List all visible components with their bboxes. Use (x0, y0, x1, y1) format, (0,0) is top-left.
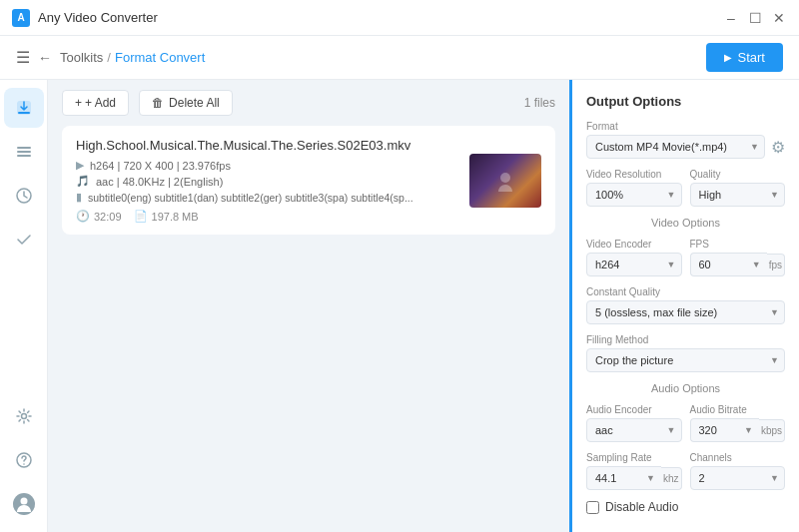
file-item[interactable]: High.School.Musical.The.Musical.The.Seri… (62, 126, 555, 235)
output-options-title: Output Options (586, 94, 785, 109)
constant-quality-select[interactable]: 5 (lossless, max file size) (586, 300, 785, 324)
add-icon: + (75, 96, 82, 110)
duration-stat: 🕐 32:09 (76, 210, 122, 223)
sidebar-item-download[interactable] (4, 88, 44, 128)
audio-bitrate-select-wrapper: 320 ▼ (690, 418, 759, 442)
file-size: 197.8 MB (152, 211, 199, 223)
file-stats: 🕐 32:09 📄 197.8 MB (76, 210, 457, 223)
encoder-select[interactable]: h264 (586, 253, 682, 276)
breadcrumb-format-convert[interactable]: Format Convert (115, 50, 205, 65)
svg-point-8 (23, 464, 24, 465)
video-icon: ▶ (76, 159, 84, 172)
back-button[interactable]: ← (38, 50, 52, 66)
navbar: ☰ ← Toolkits / Format Convert ▶ Start (0, 36, 799, 80)
sampling-rate-unit: khz (661, 467, 682, 490)
audio-encoder-select[interactable]: aac (586, 418, 682, 442)
file-icon: 📄 (134, 210, 148, 223)
titlebar-controls: – ☐ ✕ (723, 10, 787, 26)
video-info: h264 | 720 X 400 | 23.976fps (90, 160, 231, 172)
filling-method-select[interactable]: Crop the picture (586, 348, 785, 372)
resolution-field: Video Resolution 100% ▼ (586, 169, 682, 207)
app-title: Any Video Converter (38, 10, 158, 25)
fps-wrapper: 60 ▼ fps (690, 253, 786, 276)
close-button[interactable]: ✕ (771, 10, 787, 26)
app-icon: A (12, 9, 30, 27)
file-duration: 32:09 (94, 211, 122, 223)
format-select-wrapper: Custom MP4 Movie(*.mp4) ▼ (586, 135, 765, 159)
resolution-quality-row: Video Resolution 100% ▼ Quality High ▼ (586, 169, 785, 207)
content-area: + + Add 🗑 Delete All 1 files High.School… (48, 80, 569, 532)
sampling-rate-field: Sampling Rate 44.1 ▼ khz (586, 452, 682, 490)
file-name: High.School.Musical.The.Musical.The.Seri… (76, 138, 457, 153)
titlebar: A Any Video Converter – ☐ ✕ (0, 0, 799, 36)
filling-method-select-wrapper: Crop the picture ▼ (586, 348, 785, 372)
maximize-button[interactable]: ☐ (747, 10, 763, 26)
sampling-rate-select[interactable]: 44.1 (586, 466, 661, 490)
svg-rect-4 (17, 155, 31, 157)
delete-all-button[interactable]: 🗑 Delete All (139, 90, 233, 116)
add-button[interactable]: + + Add (62, 90, 129, 116)
svg-rect-2 (17, 147, 31, 149)
encoder-field: Video Encoder h264 ▼ (586, 239, 682, 276)
add-label: + Add (85, 96, 116, 110)
sampling-rate-wrapper: 44.1 ▼ khz (586, 466, 682, 490)
output-options-panel: Output Options Format Custom MP4 Movie(*… (569, 80, 799, 532)
audio-encoder-label: Audio Encoder (586, 404, 682, 415)
format-select[interactable]: Custom MP4 Movie(*.mp4) (586, 135, 765, 159)
sidebar-item-list[interactable] (4, 132, 44, 172)
file-list: High.School.Musical.The.Musical.The.Seri… (48, 126, 569, 532)
channels-label: Channels (690, 452, 786, 463)
audio-bitrate-unit: kbps (759, 419, 785, 442)
svg-point-10 (20, 498, 27, 505)
subtitle-meta-row: ▮ subtitle0(eng) subtitle1(dan) subtitle… (76, 191, 457, 204)
fps-field: FPS 60 ▼ fps (690, 239, 786, 276)
breadcrumb-separator: / (107, 50, 111, 65)
minimize-button[interactable]: – (723, 10, 739, 26)
fps-select-wrapper: 60 ▼ (690, 253, 767, 276)
format-label: Format (586, 121, 785, 132)
quality-select[interactable]: High (690, 183, 786, 207)
audio-encoder-select-wrapper: aac ▼ (586, 418, 682, 442)
file-info: High.School.Musical.The.Musical.The.Seri… (76, 138, 457, 223)
sidebar-item-help[interactable] (4, 440, 44, 480)
menu-icon[interactable]: ☰ (16, 48, 30, 67)
breadcrumb-toolkits[interactable]: Toolkits (60, 50, 103, 65)
svg-point-11 (500, 173, 510, 183)
channels-select[interactable]: 2 (690, 466, 786, 490)
fps-select[interactable]: 60 (690, 253, 767, 276)
toolbar: + + Add 🗑 Delete All 1 files (48, 80, 569, 126)
thumbnail-image (469, 154, 541, 208)
quality-label: Quality (690, 169, 786, 180)
sidebar-item-history[interactable] (4, 176, 44, 216)
audio-bitrate-select[interactable]: 320 (690, 418, 759, 442)
file-count: 1 files (524, 96, 555, 110)
main-layout: + + Add 🗑 Delete All 1 files High.School… (0, 80, 799, 532)
quality-field: Quality High ▼ (690, 169, 786, 207)
audio-bitrate-field: Audio Bitrate 320 ▼ kbps (690, 404, 786, 442)
format-row: Custom MP4 Movie(*.mp4) ▼ ⚙ (586, 135, 785, 159)
sidebar-item-user[interactable] (4, 484, 44, 524)
format-settings-icon[interactable]: ⚙ (771, 138, 785, 157)
sampling-channels-row: Sampling Rate 44.1 ▼ khz Channels 2 (586, 452, 785, 490)
constant-quality-label: Constant Quality (586, 286, 785, 297)
sampling-rate-label: Sampling Rate (586, 452, 682, 463)
audio-icon: 🎵 (76, 175, 90, 188)
constant-quality-select-wrapper: 5 (lossless, max file size) ▼ (586, 300, 785, 324)
audio-encoder-field: Audio Encoder aac ▼ (586, 404, 682, 442)
audio-encoder-bitrate-row: Audio Encoder aac ▼ Audio Bitrate 320 ▼ (586, 404, 785, 442)
clock-icon: 🕐 (76, 210, 90, 223)
audio-meta-row: 🎵 aac | 48.0KHz | 2(English) (76, 175, 457, 188)
disable-audio-row: Disable Audio (586, 500, 785, 514)
size-stat: 📄 197.8 MB (134, 210, 199, 223)
sidebar-item-settings[interactable] (4, 396, 44, 436)
disable-audio-label: Disable Audio (605, 500, 678, 514)
disable-audio-checkbox[interactable] (586, 501, 599, 514)
start-button[interactable]: ▶ Start (706, 43, 783, 72)
video-meta-row: ▶ h264 | 720 X 400 | 23.976fps (76, 159, 457, 172)
subtitle-info: subtitle0(eng) subtitle1(dan) subtitle2(… (88, 192, 413, 204)
sidebar-item-tasks[interactable] (4, 220, 44, 260)
encoder-select-wrapper: h264 ▼ (586, 253, 682, 276)
svg-point-6 (21, 414, 26, 419)
resolution-select[interactable]: 100% (586, 183, 682, 207)
audio-bitrate-label: Audio Bitrate (690, 404, 786, 415)
